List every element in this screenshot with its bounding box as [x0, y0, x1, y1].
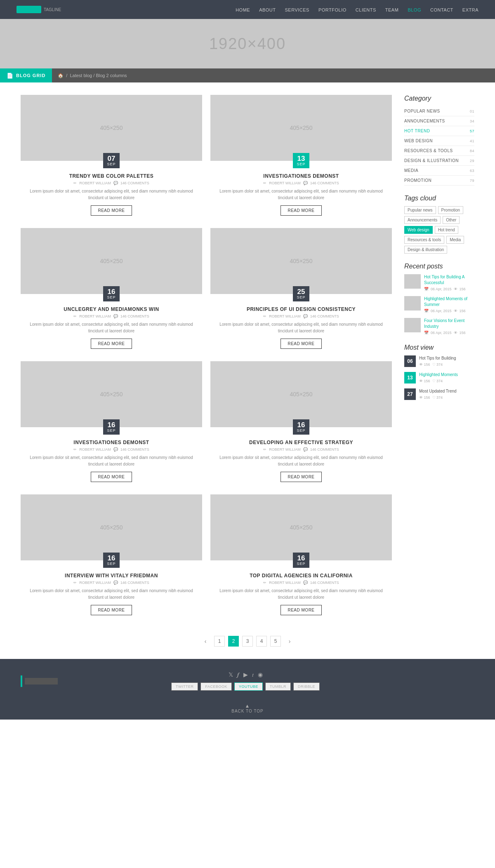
- pagination-page-1[interactable]: 1: [214, 636, 225, 647]
- tag-item[interactable]: Design & illustration: [404, 246, 447, 254]
- nav-item-clients[interactable]: CLIENTS: [356, 6, 376, 13]
- views-icon: 👁 156: [419, 362, 430, 367]
- facebook-button[interactable]: FACEBOOK: [200, 682, 232, 691]
- author-name: ROBERT WILLIAM: [269, 581, 301, 585]
- nav-menu: HOME ABOUT SERVICES PORTFOLIO CLIENTS TE…: [236, 6, 478, 13]
- date-badge: 13 SEP: [293, 153, 309, 168]
- category-item[interactable]: MEDIA 63: [404, 166, 474, 176]
- recent-post-thumbnail: [404, 318, 421, 332]
- date-badge: 16 SEP: [293, 553, 309, 568]
- tags-title: Tags cloud: [404, 195, 474, 202]
- category-item[interactable]: DESIGN & ILLUSTRATION 29: [404, 156, 474, 166]
- nav-item-portfolio[interactable]: PORTFOLIO: [318, 6, 346, 13]
- blog-meta: ✏ ROBERT WILLIAM 💬 146 COMMENTS: [263, 314, 339, 318]
- youtube-icon[interactable]: ▶: [243, 671, 248, 678]
- pagination-next[interactable]: ›: [284, 636, 295, 647]
- blog-meta: ✏ ROBERT WILLIAM 💬 146 COMMENTS: [73, 314, 149, 318]
- tag-item[interactable]: Resources & tools: [404, 236, 444, 244]
- mv-title: Most Updated Trend: [419, 388, 474, 394]
- youtube-button[interactable]: YOUTUBE: [234, 682, 263, 691]
- views-icon: 👁: [454, 287, 457, 291]
- pagination-page-5[interactable]: 5: [270, 636, 281, 647]
- tag-item[interactable]: Pupular news: [404, 206, 436, 214]
- nav-item-extra[interactable]: EXTRA: [462, 6, 478, 13]
- most-view-title: Most view: [404, 344, 474, 351]
- blog-image: 405×250 16 SEP: [210, 361, 392, 427]
- twitter-icon[interactable]: 𝕏: [229, 671, 233, 678]
- blog-card: 405×250 16 SEP INTERVIEW WITH VITALY FRI…: [21, 494, 202, 615]
- recent-post-title[interactable]: Four Visions for Event Industry: [424, 318, 474, 329]
- footer-top: 𝕏 𝒇 ▶ 𝑡 ◉ TWITTER FACEBOOK YOUTUBE TUMBL…: [21, 671, 474, 699]
- nav-item-contact[interactable]: CONTACT: [430, 6, 453, 13]
- category-item[interactable]: WEB DESIGN 41: [404, 136, 474, 146]
- read-more-button[interactable]: READ MORE: [91, 205, 132, 216]
- blog-title: UNCLEGREY AND MEDIAMONKS WIN: [64, 306, 159, 312]
- nav-item-blog[interactable]: BLOG: [408, 6, 421, 13]
- category-item[interactable]: POPULAR NEWS 01: [404, 106, 474, 116]
- nav-item-team[interactable]: TEAM: [385, 6, 399, 13]
- tag-item[interactable]: Hot trend: [435, 226, 458, 234]
- footer-logo: [21, 675, 58, 687]
- mv-title: Highlighted Moments: [419, 372, 474, 378]
- tag-item[interactable]: Announcements: [404, 216, 441, 224]
- category-item[interactable]: ANNOUNCEMENTS 34: [404, 116, 474, 126]
- recent-post-title[interactable]: Hot Tips for Building A Successful: [424, 274, 474, 286]
- category-item-active[interactable]: HOT TREND 57: [404, 126, 474, 136]
- blog-meta: ✏ ROBERT WILLIAM 💬 146 COMMENTS: [263, 181, 339, 185]
- image-dimension-label: 405×250: [100, 524, 123, 531]
- comment-count: 146 COMMENTS: [120, 181, 149, 185]
- author-icon: ✏: [263, 314, 266, 318]
- badge-day: 16: [295, 555, 308, 562]
- calendar-icon: 📅: [424, 309, 429, 313]
- back-to-top-button[interactable]: ▲ BACK TO TOP: [231, 699, 264, 713]
- date-badge: 07 SEP: [103, 153, 120, 168]
- read-more-button[interactable]: READ MORE: [280, 205, 321, 216]
- breadcrumb-path: 🏠 / Latest blog / Blog 2 columns: [52, 73, 127, 78]
- twitter-button[interactable]: TWITTER: [171, 682, 198, 691]
- tag-item[interactable]: Media: [446, 236, 464, 244]
- read-more-button[interactable]: READ MORE: [91, 605, 132, 615]
- comment-icon: 💬: [303, 181, 308, 185]
- pagination-page-4[interactable]: 4: [256, 636, 267, 647]
- dribbble-button[interactable]: DRIBBLE: [293, 682, 320, 691]
- tag-item[interactable]: Other: [443, 216, 460, 224]
- date-badge: 16 SEP: [103, 553, 120, 568]
- recent-post-title[interactable]: Highlighted Moments of Summer: [424, 296, 474, 308]
- dribbble-icon[interactable]: ◉: [258, 671, 263, 678]
- nav-item-services[interactable]: SERVICES: [285, 6, 309, 13]
- comment-count: 146 COMMENTS: [120, 581, 149, 585]
- tumblr-button[interactable]: TUMBLR: [265, 682, 291, 691]
- comment-count: 146 COMMENTS: [310, 581, 339, 585]
- pagination-prev[interactable]: ‹: [200, 636, 211, 647]
- read-more-button[interactable]: READ MORE: [280, 472, 321, 482]
- footer-social: 𝕏 𝒇 ▶ 𝑡 ◉ TWITTER FACEBOOK YOUTUBE TUMBL…: [171, 671, 320, 691]
- most-view-section: Most view 06 Hot Tips for Building 👁 156…: [404, 344, 474, 400]
- blog-title: TOP DIGITAL AGENCIES IN CALIFORNIA: [250, 573, 353, 579]
- nav-item-about[interactable]: ABOUT: [259, 6, 276, 13]
- comment-icon: 💬: [113, 447, 118, 452]
- category-item[interactable]: RESOURCES & TOOLS 84: [404, 146, 474, 156]
- comment-icon: 💬: [113, 314, 118, 318]
- tag-item-active[interactable]: Web design: [404, 226, 433, 234]
- pagination-page-3[interactable]: 3: [242, 636, 253, 647]
- author-name: ROBERT WILLIAM: [269, 447, 301, 452]
- author-name: ROBERT WILLIAM: [79, 181, 111, 185]
- facebook-icon[interactable]: 𝒇: [237, 671, 239, 678]
- category-item[interactable]: PROMOTION 79: [404, 176, 474, 186]
- blog-image: 405×250 13 SEP: [210, 95, 392, 161]
- mv-badge-teal: 13: [404, 372, 416, 383]
- tumblr-icon[interactable]: 𝑡: [252, 671, 254, 678]
- pagination-page-2[interactable]: 2: [228, 636, 239, 647]
- nav-item-home[interactable]: HOME: [236, 6, 250, 13]
- blog-excerpt: Lorem ipsum dolor sit amet, consectetur …: [210, 188, 392, 201]
- read-more-button[interactable]: READ MORE: [91, 472, 132, 482]
- sidebar: Category POPULAR NEWS 01 ANNOUNCEMENTS 3…: [404, 95, 474, 615]
- image-dimension-label: 405×250: [290, 258, 313, 264]
- read-more-button[interactable]: READ MORE: [280, 339, 321, 349]
- read-more-button[interactable]: READ MORE: [91, 339, 132, 349]
- pagination: ‹ 1 2 3 4 5 ›: [0, 628, 495, 659]
- navbar-logo: TAGLINE: [16, 6, 61, 13]
- tag-item[interactable]: Promotion: [438, 206, 464, 214]
- blog-image: 405×250 16 SEP: [21, 494, 202, 560]
- read-more-button[interactable]: READ MORE: [280, 605, 321, 615]
